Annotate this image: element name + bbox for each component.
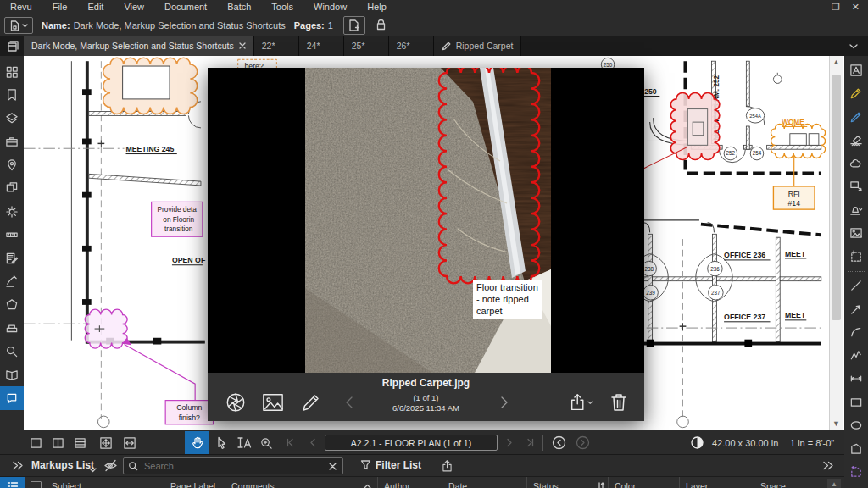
last-page-icon[interactable] bbox=[522, 432, 537, 453]
delete-button[interactable] bbox=[606, 390, 632, 415]
thumbnails-icon[interactable] bbox=[0, 60, 24, 84]
previous-view-button[interactable] bbox=[549, 432, 568, 453]
properties-icon[interactable] bbox=[0, 200, 24, 224]
first-page-icon[interactable] bbox=[282, 432, 298, 453]
markups-list-mode-icon[interactable] bbox=[0, 477, 25, 488]
menu-batch[interactable]: Batch bbox=[217, 2, 261, 12]
links-icon[interactable] bbox=[0, 177, 24, 201]
line-tool-icon[interactable] bbox=[844, 274, 868, 298]
measure-area-tool-icon[interactable] bbox=[844, 461, 868, 485]
stamps-icon[interactable] bbox=[0, 317, 24, 341]
markup-flooring-callout[interactable]: Provide deta on Floorin transition bbox=[152, 202, 203, 236]
arrow-tool-icon[interactable] bbox=[844, 297, 868, 321]
previous-page-icon[interactable] bbox=[304, 432, 320, 453]
polygon-tool-icon[interactable] bbox=[844, 437, 868, 461]
text-box-tool-icon[interactable] bbox=[844, 58, 868, 82]
sets-icon[interactable] bbox=[0, 363, 24, 387]
page-select-dropdown[interactable]: A2.2.1 - FLOOR PLAN (1 of 1) bbox=[325, 435, 498, 451]
clear-search-icon[interactable] bbox=[329, 463, 337, 470]
column-author[interactable]: Author bbox=[378, 477, 442, 488]
select-text-icon[interactable] bbox=[234, 432, 254, 453]
column-layer[interactable]: Layer bbox=[680, 477, 754, 488]
file-tabs-icon[interactable] bbox=[0, 36, 24, 56]
fit-page-icon[interactable] bbox=[97, 432, 115, 453]
markups-list-title[interactable]: Markups List bbox=[31, 459, 94, 471]
export-summary-icon[interactable] bbox=[441, 459, 453, 475]
menu-edit[interactable]: Edit bbox=[77, 2, 114, 12]
bookmarks-icon[interactable] bbox=[0, 84, 24, 108]
close-tab-icon[interactable] bbox=[239, 42, 246, 49]
sort-ascending-icon[interactable] bbox=[358, 477, 378, 488]
next-view-button[interactable] bbox=[573, 432, 592, 453]
lock-button[interactable] bbox=[376, 19, 387, 32]
table-scroll-up-icon[interactable]: ▲ bbox=[827, 479, 841, 488]
dark-mode-toggle-icon[interactable] bbox=[688, 432, 705, 453]
collapse-panel-icon[interactable] bbox=[822, 461, 834, 473]
pen-tool-icon[interactable] bbox=[844, 105, 868, 129]
tab-overflow-button[interactable] bbox=[849, 41, 858, 51]
scale-value[interactable]: 1 in = 8'-0" bbox=[790, 432, 834, 453]
share-caret-icon[interactable] bbox=[587, 401, 593, 405]
highlighter-tool-icon[interactable] bbox=[844, 82, 868, 106]
dimension-tool-icon[interactable] bbox=[844, 368, 868, 391]
layers-icon[interactable] bbox=[0, 107, 24, 130]
signatures-icon[interactable] bbox=[0, 270, 24, 294]
pan-tool-button[interactable] bbox=[185, 431, 209, 454]
next-image-button[interactable] bbox=[492, 390, 517, 415]
search-input[interactable] bbox=[142, 460, 323, 472]
tab-26[interactable]: 26* bbox=[389, 36, 434, 56]
image-export-button[interactable] bbox=[260, 390, 286, 415]
split-horizontal-icon[interactable] bbox=[71, 432, 88, 453]
share-button[interactable] bbox=[568, 390, 593, 415]
tab-22[interactable]: 22* bbox=[254, 36, 299, 56]
menu-window[interactable]: Window bbox=[303, 2, 357, 12]
tab-25[interactable]: 25* bbox=[344, 36, 389, 56]
scroll-up-icon[interactable]: ▲ bbox=[830, 56, 843, 68]
menu-revu[interactable]: Revu bbox=[0, 2, 42, 12]
minimize-button[interactable]: — bbox=[810, 2, 820, 13]
markup-rfi-callout[interactable]: WOME RFI #14 bbox=[771, 119, 826, 209]
single-page-view-icon[interactable] bbox=[27, 432, 44, 453]
profile-dropdown[interactable] bbox=[4, 17, 33, 34]
toolchest-icon[interactable] bbox=[0, 130, 24, 154]
menu-view[interactable]: View bbox=[114, 2, 154, 12]
polyline-tool-icon[interactable] bbox=[844, 344, 868, 368]
ellipse-tool-icon[interactable] bbox=[844, 414, 868, 438]
column-comments[interactable]: Comments bbox=[225, 477, 358, 488]
markup-cloud-orange[interactable] bbox=[103, 58, 198, 114]
column-space[interactable]: Space bbox=[754, 477, 831, 488]
scroll-down-icon[interactable]: ▼ bbox=[830, 418, 843, 430]
canvas-vscrollbar[interactable]: ▲ ▼ bbox=[829, 56, 843, 430]
markups-menu-caret-icon[interactable] bbox=[89, 463, 97, 475]
stamp-tool-icon[interactable] bbox=[844, 198, 868, 222]
security-icon[interactable] bbox=[0, 293, 24, 317]
measurements-icon[interactable] bbox=[0, 224, 24, 247]
tab-24[interactable]: 24* bbox=[299, 36, 344, 56]
tab-ripped-carpet[interactable]: Ripped Carpet bbox=[434, 36, 522, 56]
close-button[interactable]: ✕ bbox=[852, 2, 860, 13]
eraser-tool-icon[interactable] bbox=[844, 129, 868, 152]
select-all-checkbox[interactable] bbox=[25, 477, 46, 488]
hide-markups-icon[interactable] bbox=[103, 459, 118, 474]
column-date[interactable]: Date bbox=[442, 477, 527, 488]
filter-icon[interactable] bbox=[360, 459, 371, 473]
expand-panel-icon[interactable] bbox=[12, 461, 24, 473]
cloud-tool-icon[interactable] bbox=[844, 152, 868, 175]
status-sort-icon[interactable] bbox=[593, 477, 609, 488]
scrollbar-thumb[interactable] bbox=[832, 75, 841, 320]
column-color[interactable]: Color bbox=[609, 477, 680, 488]
select-tool-icon[interactable] bbox=[212, 432, 231, 453]
snapshot-tool-icon[interactable] bbox=[844, 245, 868, 269]
maximize-button[interactable]: ❐ bbox=[832, 2, 840, 13]
markup-column-callout[interactable]: Column finish? bbox=[85, 309, 213, 424]
zoom-tool-icon[interactable] bbox=[257, 432, 275, 453]
edit-button[interactable] bbox=[298, 390, 324, 415]
spaces-icon[interactable] bbox=[0, 153, 24, 177]
menu-help[interactable]: Help bbox=[357, 2, 397, 12]
rectangle-tool-icon[interactable] bbox=[844, 391, 868, 414]
next-page-icon[interactable] bbox=[502, 432, 517, 453]
menu-document[interactable]: Document bbox=[154, 2, 217, 12]
markups-list-icon[interactable] bbox=[0, 247, 24, 270]
menu-tools[interactable]: Tools bbox=[261, 2, 303, 12]
measure-snapshot-tool-icon[interactable] bbox=[844, 484, 868, 488]
